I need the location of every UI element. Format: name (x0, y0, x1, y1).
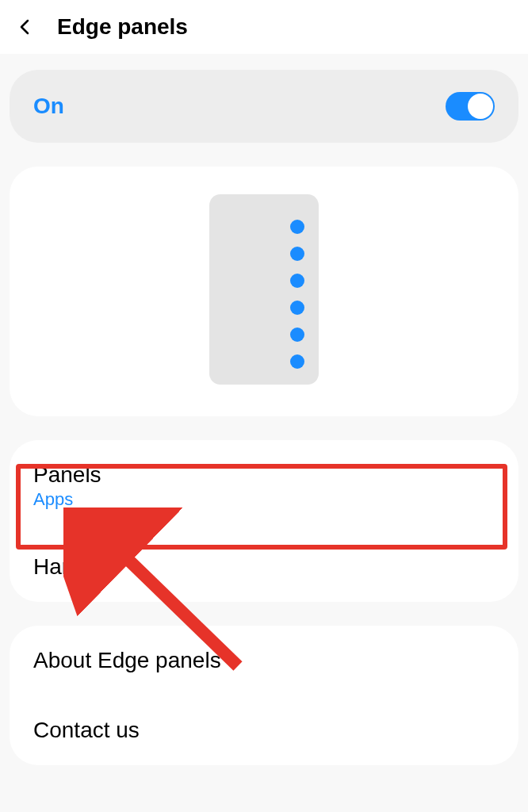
dot-icon (290, 274, 304, 288)
dot-icon (290, 354, 304, 369)
toggle-state-label: On (33, 94, 64, 119)
panels-subtitle: Apps (33, 489, 495, 510)
about-item[interactable]: About Edge panels (10, 626, 518, 695)
contact-title: Contact us (33, 718, 495, 743)
master-toggle-switch[interactable] (446, 92, 495, 121)
dot-icon (290, 327, 304, 342)
panels-title: Panels (33, 462, 495, 488)
panels-item[interactable]: Panels Apps (10, 440, 518, 532)
panel-preview[interactable] (10, 167, 518, 416)
dot-icon (290, 220, 304, 234)
dot-icon (290, 301, 304, 315)
handle-item[interactable]: Handle (10, 532, 518, 602)
phone-mockup (209, 194, 319, 385)
about-title: About Edge panels (33, 648, 495, 673)
back-icon[interactable] (16, 17, 35, 36)
contact-item[interactable]: Contact us (10, 695, 518, 765)
edge-dots (290, 220, 304, 369)
dot-icon (290, 247, 304, 261)
handle-title: Handle (33, 554, 495, 580)
page-title: Edge panels (57, 14, 188, 40)
switch-thumb (468, 94, 493, 119)
master-toggle-row[interactable]: On (10, 70, 518, 143)
